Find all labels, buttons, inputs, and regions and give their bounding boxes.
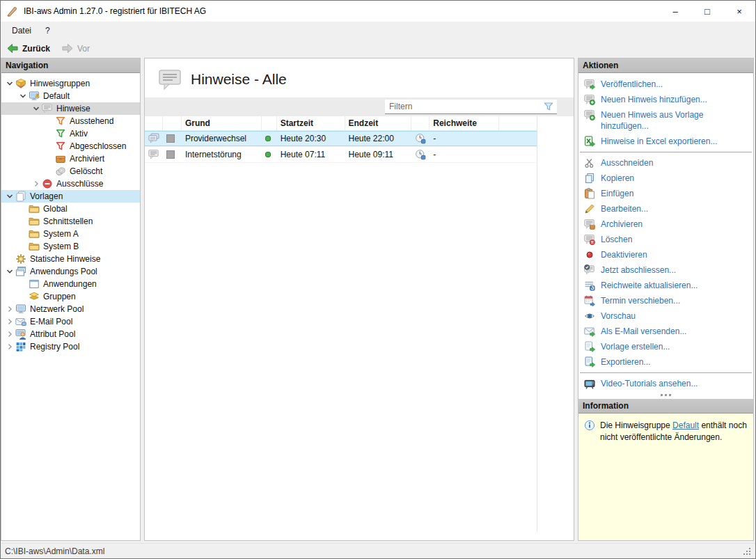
- chevron-spacer: [17, 228, 29, 239]
- tree-item-email-pool[interactable]: E-Mail Pool: [1, 315, 140, 328]
- chevron-right-icon[interactable]: [4, 316, 15, 327]
- information-default-link[interactable]: Default: [672, 420, 699, 430]
- column-header-type[interactable]: [145, 116, 163, 130]
- action-archive[interactable]: Archivieren: [578, 216, 753, 232]
- maximize-button[interactable]: □: [691, 1, 723, 22]
- app-window: IBI-aws Admin 1.27.0 - registriert für I…: [0, 0, 756, 559]
- tree-item-system-a[interactable]: System A: [1, 228, 140, 240]
- chevron-spacer: [17, 203, 29, 214]
- tree-item-system-b[interactable]: System B: [1, 240, 140, 253]
- column-header-filler[interactable]: [499, 116, 537, 130]
- tree-item-label: Attribut Pool: [26, 329, 75, 339]
- tree-item-statische-hinweise[interactable]: Statische Hinweise: [1, 253, 140, 265]
- tree-item-abgeschlossen[interactable]: Abgeschlossen: [1, 140, 140, 152]
- column-header-startzeit[interactable]: Startzeit: [277, 116, 345, 130]
- filter-funnel-icon[interactable]: [543, 101, 554, 112]
- preview-icon: [584, 310, 595, 322]
- action-label: Ausschneiden: [601, 157, 653, 168]
- send-email-icon: [584, 326, 595, 337]
- chevron-spacer: [44, 153, 55, 164]
- table-row-2[interactable]: InternetstörungHeute 07:11Heute 09:11-: [145, 147, 537, 163]
- tree-item-label: Registry Pool: [26, 342, 79, 352]
- filter-input[interactable]: [385, 100, 543, 113]
- tree-item-ausschluesse[interactable]: Ausschlüsse: [1, 178, 140, 190]
- tree-item-label: Default: [40, 91, 70, 101]
- tree-item-gruppen[interactable]: Gruppen: [1, 290, 140, 303]
- action-export[interactable]: Exportieren...: [578, 354, 753, 370]
- back-label: Zurück: [22, 44, 50, 54]
- action-add-hint[interactable]: Neuen Hinweis hinzufügen...: [578, 92, 753, 107]
- chevron-down-icon[interactable]: [31, 103, 42, 114]
- forward-button[interactable]: Vor: [61, 43, 90, 54]
- column-header-endzeit[interactable]: Endzeit: [345, 116, 412, 130]
- forward-icon: [61, 43, 74, 54]
- tree-item-default[interactable]: Default: [1, 90, 140, 102]
- action-add-hint-from-template[interactable]: Neuen Hinweis aus Vorlage hinzufügen...: [578, 107, 753, 134]
- resize-grip-icon[interactable]: [742, 546, 751, 556]
- tree-item-archiviert[interactable]: Archiviert: [1, 152, 140, 165]
- tree-item-ausstehend[interactable]: Ausstehend: [1, 115, 140, 127]
- tree-item-registry-pool[interactable]: Registry Pool: [1, 340, 140, 353]
- action-video-tutorials[interactable]: Video-Tutorials ansehen...: [578, 376, 753, 391]
- action-deactivate[interactable]: Deaktivieren: [578, 247, 753, 262]
- action-publish[interactable]: Veröffentlichen...: [578, 77, 753, 92]
- menu-item-help[interactable]: ?: [38, 23, 57, 38]
- tree-item-label: Anwendungs Pool: [26, 267, 97, 276]
- action-edit[interactable]: Bearbeiten...: [578, 201, 753, 216]
- action-label: Veröffentlichen...: [601, 79, 663, 90]
- tree-item-schnittstellen[interactable]: Schnittstellen: [1, 215, 140, 228]
- chevron-down-icon[interactable]: [4, 266, 15, 277]
- tree-indent: [1, 109, 31, 109]
- action-copy[interactable]: Kopieren: [578, 171, 753, 186]
- tree-item-hinweisgruppen[interactable]: Hinweisgruppen: [1, 77, 140, 90]
- action-complete-now[interactable]: Jetzt abschliessen...: [578, 262, 753, 278]
- video-tutorials-icon: [584, 378, 595, 389]
- chevron-right-icon[interactable]: [4, 304, 15, 315]
- tree-item-netzwerk-pool[interactable]: Netzwerk Pool: [1, 303, 140, 315]
- action-reschedule[interactable]: Termin verschieben...: [578, 293, 753, 308]
- tree-item-vorlagen[interactable]: Vorlagen: [1, 190, 140, 203]
- chevron-down-icon[interactable]: [4, 191, 15, 202]
- menu-item-datei[interactable]: Datei: [5, 23, 38, 38]
- cell-filler: [499, 147, 537, 162]
- action-delete[interactable]: Löschen: [578, 232, 753, 247]
- action-update-reach[interactable]: Reichweite aktualisieren...: [578, 278, 753, 293]
- column-header-grund[interactable]: Grund: [182, 116, 262, 130]
- chevron-down-icon[interactable]: [17, 90, 29, 102]
- panel-splitter[interactable]: [578, 391, 753, 399]
- chevron-right-icon[interactable]: [4, 329, 15, 340]
- back-button[interactable]: Zurück: [6, 43, 50, 54]
- scope-clock-icon: [415, 133, 426, 144]
- column-header-reach[interactable]: [411, 116, 430, 130]
- action-label: Reichweite aktualisieren...: [601, 280, 698, 291]
- tree-item-attribut-pool[interactable]: Attribut Pool: [1, 328, 140, 340]
- action-label: Bearbeiten...: [601, 203, 648, 214]
- color-square: [166, 134, 175, 143]
- tree-item-anwendungs-pool[interactable]: Anwendungs Pool: [1, 265, 140, 278]
- cell-endzeit: Heute 22:00: [345, 131, 412, 146]
- minimize-button[interactable]: –: [659, 1, 691, 22]
- column-header-color[interactable]: [163, 116, 182, 130]
- chevron-right-icon[interactable]: [4, 341, 15, 352]
- action-send-email[interactable]: Als E-Mail versenden...: [578, 324, 753, 339]
- chevron-down-icon[interactable]: [4, 78, 15, 89]
- action-cut[interactable]: Ausschneiden: [578, 155, 753, 171]
- table-row-1[interactable]: ProviderwechselHeute 20:30Heute 22:00-: [145, 131, 537, 147]
- tree-item-aktiv[interactable]: Aktiv: [1, 127, 140, 140]
- hint-groups-icon: [15, 78, 26, 89]
- action-create-template[interactable]: Vorlage erstellen...: [578, 339, 753, 354]
- column-header-reichweite[interactable]: Reichweite: [430, 116, 499, 130]
- chevron-right-icon[interactable]: [31, 178, 42, 189]
- title-bar: IBI-aws Admin 1.27.0 - registriert für I…: [1, 1, 755, 22]
- information-content: Die Hinweisgruppe Default enthält noch n…: [578, 414, 753, 540]
- column-header-status[interactable]: [262, 116, 277, 130]
- tree-item-hinweise[interactable]: Hinweise: [1, 102, 140, 115]
- close-button[interactable]: ×: [723, 1, 755, 22]
- tree-item-anwendungen[interactable]: Anwendungen: [1, 278, 140, 290]
- action-paste[interactable]: Einfügen: [578, 186, 753, 201]
- tree-item-geloescht[interactable]: Gelöscht: [1, 165, 140, 178]
- tree-item-label: Schnittstellen: [40, 216, 93, 226]
- action-export-excel[interactable]: Hinweise in Excel exportieren...: [578, 134, 753, 149]
- action-preview[interactable]: Vorschau: [578, 308, 753, 324]
- tree-item-global[interactable]: Global: [1, 203, 140, 215]
